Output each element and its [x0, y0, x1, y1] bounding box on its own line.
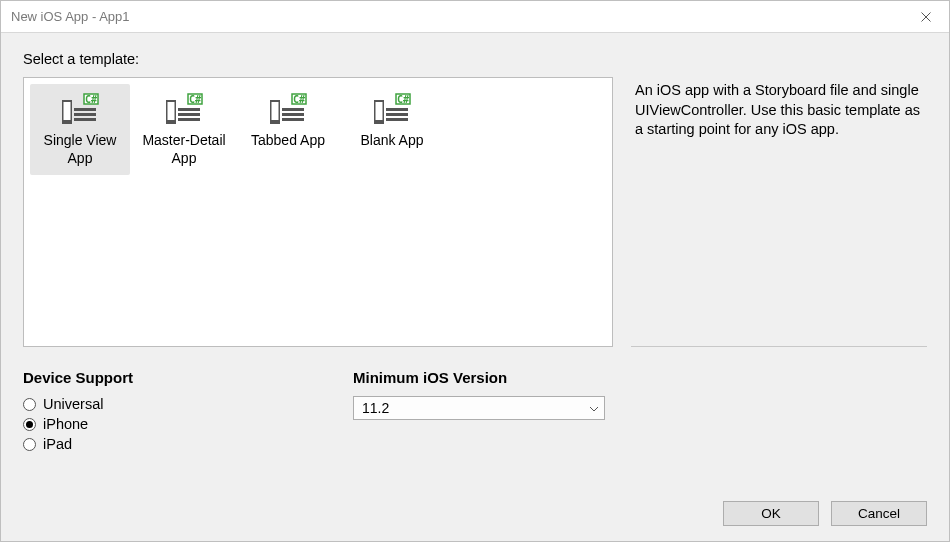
min-ios-version-heading: Minimum iOS Version	[353, 369, 633, 386]
radio-label: Universal	[43, 396, 103, 412]
close-icon	[921, 12, 931, 22]
button-label: OK	[761, 506, 781, 521]
close-button[interactable]	[903, 1, 949, 32]
titlebar: New iOS App - App1	[1, 1, 949, 33]
window-title: New iOS App - App1	[11, 9, 130, 24]
radio-ipad[interactable]: iPad	[23, 436, 323, 452]
svg-text:C#: C#	[189, 94, 201, 105]
svg-rect-13	[178, 108, 200, 111]
button-label: Cancel	[858, 506, 900, 521]
svg-rect-27	[386, 108, 408, 111]
min-ios-version-combobox[interactable]: 11.2	[353, 396, 605, 420]
upper-row: C# Single View App	[23, 77, 927, 347]
svg-rect-20	[282, 108, 304, 111]
svg-rect-12	[168, 102, 175, 120]
csharp-template-icon: C#	[136, 92, 232, 128]
svg-rect-6	[74, 108, 96, 111]
template-list: C# Single View App	[23, 77, 613, 347]
dialog-footer: OK Cancel	[1, 485, 949, 541]
csharp-template-icon: C#	[344, 92, 440, 128]
template-list-inner: C# Single View App	[30, 84, 442, 175]
lower-row: Device Support Universal iPhone iPad	[23, 369, 927, 452]
svg-text:C#: C#	[293, 94, 305, 105]
svg-rect-15	[178, 118, 200, 121]
svg-rect-5	[64, 102, 71, 120]
template-label: Master-Detail App	[136, 132, 232, 167]
radio-icon	[23, 418, 36, 431]
ok-button[interactable]: OK	[723, 501, 819, 526]
chevron-down-icon	[590, 403, 598, 414]
radio-label: iPad	[43, 436, 72, 452]
device-support-group: Device Support Universal iPhone iPad	[23, 369, 323, 452]
radio-icon	[23, 398, 36, 411]
svg-rect-29	[386, 118, 408, 121]
csharp-template-icon: C#	[32, 92, 128, 128]
new-ios-app-dialog: New iOS App - App1 Select a template: C#	[0, 0, 950, 542]
svg-rect-8	[74, 118, 96, 121]
template-master-detail-app[interactable]: C# Master-Detail App	[134, 84, 234, 175]
svg-rect-22	[282, 118, 304, 121]
svg-rect-19	[272, 102, 279, 120]
svg-text:C#: C#	[85, 94, 97, 105]
template-blank-app[interactable]: C# Blank App	[342, 84, 442, 175]
template-description-area: An iOS app with a Storyboard file and si…	[631, 77, 927, 347]
template-label: Blank App	[344, 132, 440, 150]
template-label: Tabbed App	[240, 132, 336, 150]
radio-label: iPhone	[43, 416, 88, 432]
template-tabbed-app[interactable]: C# Tabbed App	[238, 84, 338, 175]
template-label: Single View App	[32, 132, 128, 167]
radio-universal[interactable]: Universal	[23, 396, 323, 412]
prompt-label: Select a template:	[23, 51, 927, 67]
radio-iphone[interactable]: iPhone	[23, 416, 323, 432]
svg-rect-26	[376, 102, 383, 120]
device-support-heading: Device Support	[23, 369, 323, 386]
svg-rect-14	[178, 113, 200, 116]
template-description: An iOS app with a Storyboard file and si…	[635, 81, 923, 140]
dialog-content: Select a template: C#	[1, 33, 949, 485]
csharp-template-icon: C#	[240, 92, 336, 128]
svg-rect-21	[282, 113, 304, 116]
svg-rect-7	[74, 113, 96, 116]
description-separator	[631, 346, 927, 347]
combobox-value: 11.2	[362, 400, 389, 416]
svg-text:C#: C#	[397, 94, 409, 105]
template-single-view-app[interactable]: C# Single View App	[30, 84, 130, 175]
radio-icon	[23, 438, 36, 451]
cancel-button[interactable]: Cancel	[831, 501, 927, 526]
device-support-options: Universal iPhone iPad	[23, 396, 323, 452]
min-ios-version-group: Minimum iOS Version 11.2	[353, 369, 633, 452]
svg-rect-28	[386, 113, 408, 116]
